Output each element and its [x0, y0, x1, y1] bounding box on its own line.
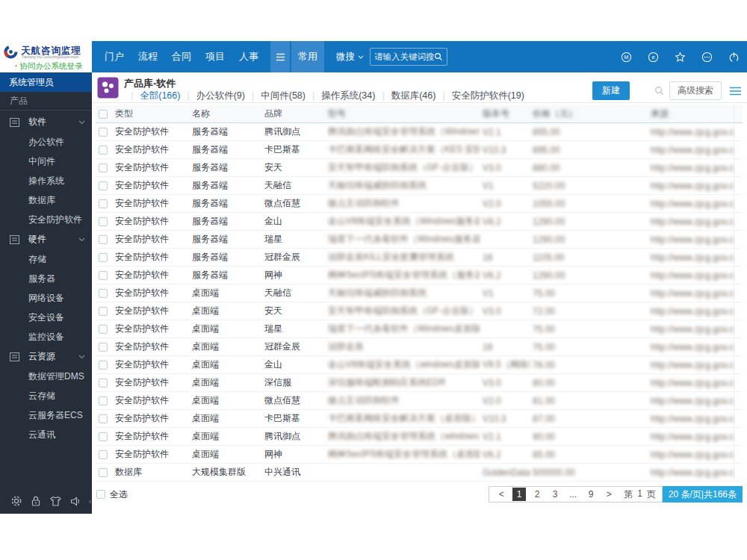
- row-checkbox[interactable]: [99, 325, 108, 334]
- table-row[interactable]: 安全防护软件 桌面端 微点佰慧 微点主动防御软件 V2.0 81.00 http…: [96, 392, 743, 410]
- nav-item[interactable]: 合同: [172, 50, 191, 63]
- col-name[interactable]: 名称: [189, 105, 261, 123]
- category-tab[interactable]: 全部(166): [124, 90, 180, 104]
- nav-item[interactable]: 人事: [239, 50, 258, 63]
- power-icon[interactable]: [728, 52, 740, 63]
- page-button[interactable]: 2: [530, 488, 544, 501]
- lock-icon[interactable]: [31, 495, 41, 507]
- row-checkbox[interactable]: [99, 432, 108, 441]
- row-checkbox[interactable]: [99, 343, 108, 352]
- col-source[interactable]: 来源: [648, 105, 734, 123]
- table-row[interactable]: 安全防护软件 桌面端 卡巴斯基 卡巴斯基网络安全解决方案（桌面版）· KES..…: [96, 410, 743, 428]
- table-row[interactable]: 安全防护软件 服务器端 腾讯御点 腾讯御点终端安全管理系统（Windows版） …: [96, 123, 743, 141]
- nav-item[interactable]: 门户: [105, 50, 124, 63]
- row-checkbox[interactable]: [99, 146, 108, 155]
- sidebar-item[interactable]: 办公软件: [0, 132, 92, 152]
- row-checkbox[interactable]: [99, 235, 108, 244]
- sidebar-item[interactable]: 安全防护软件: [0, 210, 92, 229]
- table-row[interactable]: 安全防护软件 桌面端 瑞星 瑞星下一代杀毒软件（Windows桌面版） 75.0…: [96, 320, 743, 338]
- sidebar-item[interactable]: 监控设备: [0, 327, 92, 346]
- sidebar-item[interactable]: 网络设备: [0, 288, 92, 308]
- row-checkbox[interactable]: [99, 181, 108, 190]
- row-checkbox[interactable]: [99, 253, 108, 262]
- row-checkbox[interactable]: [99, 396, 108, 405]
- table-row[interactable]: 安全防护软件 桌面端 冠群金辰 冠群金辰 16 75.00 http://www…: [96, 338, 743, 356]
- row-checkbox[interactable]: [99, 450, 108, 459]
- table-row[interactable]: 安全防护软件 服务器端 微点佰慧 微点主动防御软件 V2.0 1055.00 h…: [96, 195, 743, 213]
- row-checkbox[interactable]: [99, 468, 108, 477]
- page-button[interactable]: <: [495, 488, 508, 501]
- sidebar-item[interactable]: 中间件: [0, 152, 92, 171]
- sidebar-item[interactable]: 软件: [0, 112, 92, 132]
- table-row[interactable]: 安全防护软件 服务器端 卡巴斯基 卡巴斯基网络安全解决方案（KES 安防... …: [96, 141, 743, 159]
- row-checkbox[interactable]: [99, 217, 108, 226]
- page-jump[interactable]: 第1页: [624, 488, 656, 501]
- sidebar-item[interactable]: 存储: [0, 249, 92, 269]
- col-version[interactable]: 版本号: [480, 105, 530, 123]
- sidebar-item[interactable]: 云资源: [0, 346, 92, 367]
- row-checkbox[interactable]: [99, 379, 108, 388]
- row-checkbox[interactable]: [99, 414, 108, 423]
- page-button[interactable]: 9: [584, 488, 598, 501]
- col-model[interactable]: 型号: [325, 105, 480, 123]
- tab-favorites[interactable]: 常用: [291, 41, 324, 72]
- table-row[interactable]: 安全防护软件 服务器端 天融信 天融信终端威胁防御系统 V1 5220.00 h…: [96, 177, 743, 195]
- sidebar-collapse-icon[interactable]: ‹: [89, 497, 91, 505]
- search-input[interactable]: 请输入关键词搜: [370, 48, 447, 66]
- page-button[interactable]: 3: [548, 488, 562, 501]
- table-row[interactable]: 安全防护软件 服务器端 金山 金山V8终端安全系统（Windows服务器版） V…: [96, 213, 743, 231]
- table-row[interactable]: 安全防护软件 桌面端 网神 网神SecIPS终端安全管理系统（桌面版） V6.2…: [96, 446, 743, 464]
- nav-item[interactable]: 项目: [205, 50, 225, 63]
- login-link[interactable]: ·协同办公系统登录: [15, 61, 83, 72]
- category-tab[interactable]: 办公软件(9): [180, 90, 245, 104]
- table-row[interactable]: 数据库 大规模集群版 中兴通讯 GoldenData s... 500000.0…: [96, 464, 743, 482]
- category-tab[interactable]: 操作系统(34): [306, 90, 375, 104]
- sound-speaker-icon[interactable]: [70, 496, 82, 507]
- feedback-icon[interactable]: e: [648, 52, 659, 63]
- table-row[interactable]: 安全防护软件 桌面端 深信服 深信服终端检测响应系统EDR V3.0 80.00…: [96, 374, 743, 392]
- page-size-badge[interactable]: 20 条/页|共166条: [663, 486, 743, 503]
- category-tab[interactable]: 中间件(58): [245, 90, 306, 104]
- col-price[interactable]: 价格（元）: [530, 105, 648, 123]
- theme-shirt-icon[interactable]: [49, 496, 62, 507]
- sidebar-item[interactable]: 数据管理DMS: [0, 367, 92, 386]
- sidebar-item[interactable]: 安全设备: [0, 308, 92, 327]
- row-checkbox[interactable]: [99, 128, 108, 137]
- sidebar-item[interactable]: 云存储: [0, 386, 92, 405]
- category-tab[interactable]: 安全防护软件(19): [436, 90, 524, 104]
- table-row[interactable]: 安全防护软件 桌面端 腾讯御点 腾讯御点终端安全管理系统（windows版）/ …: [96, 428, 743, 446]
- nav-item[interactable]: 流程: [138, 50, 158, 63]
- column-settings-icon[interactable]: [730, 87, 741, 96]
- sidebar-item[interactable]: 操作系统: [0, 171, 92, 190]
- row-checkbox[interactable]: [99, 307, 108, 316]
- page-button[interactable]: 1: [512, 488, 526, 501]
- select-all-control[interactable]: 全选: [96, 488, 128, 501]
- row-checkbox[interactable]: [99, 199, 108, 208]
- select-all-checkbox[interactable]: [96, 490, 105, 499]
- table-row[interactable]: 安全防护软件 服务器端 瑞星 瑞星下一代杀毒软件（Windows服务器版） 12…: [96, 231, 743, 249]
- col-type[interactable]: 类型: [112, 105, 189, 123]
- page-button[interactable]: >: [602, 488, 616, 501]
- message-icon[interactable]: M: [621, 52, 632, 63]
- table-row[interactable]: 安全防护软件 桌面端 金山 金山V8终端安全系统（windows桌面版） V8.…: [96, 356, 743, 374]
- modules-menu-icon[interactable]: [270, 41, 290, 72]
- sidebar-item[interactable]: 云服务器ECS: [0, 405, 92, 425]
- page-button[interactable]: ...: [566, 488, 580, 501]
- sidebar-item[interactable]: 数据库: [0, 190, 92, 210]
- more-icon[interactable]: [701, 52, 713, 63]
- search-scope-dropdown[interactable]: 微搜: [336, 51, 364, 63]
- advanced-search-button[interactable]: 高级搜索: [669, 81, 722, 100]
- table-row[interactable]: 安全防护软件 服务器端 冠群金辰 冠群金辰KILL安全胶囊管理系统 16 110…: [96, 249, 743, 267]
- new-button[interactable]: 新建: [592, 81, 630, 100]
- row-checkbox[interactable]: [99, 271, 108, 280]
- favorite-star-icon[interactable]: [675, 52, 686, 63]
- row-checkbox[interactable]: [99, 289, 108, 298]
- settings-gear-icon[interactable]: [10, 495, 22, 507]
- col-brand[interactable]: 品牌: [261, 105, 325, 123]
- row-checkbox[interactable]: [99, 164, 108, 172]
- table-row[interactable]: 安全防护软件 桌面端 天融信 天融信终端威胁防御系统 V1 75.00 http…: [96, 284, 743, 302]
- sidebar-item[interactable]: 硬件: [0, 229, 92, 249]
- table-row[interactable]: 安全防护软件 服务器端 安天 安天智甲终端防御系统（GF-企业版） V3.0 8…: [96, 159, 743, 177]
- category-tab[interactable]: 数据库(46): [375, 90, 436, 104]
- table-search-icon[interactable]: [654, 86, 664, 96]
